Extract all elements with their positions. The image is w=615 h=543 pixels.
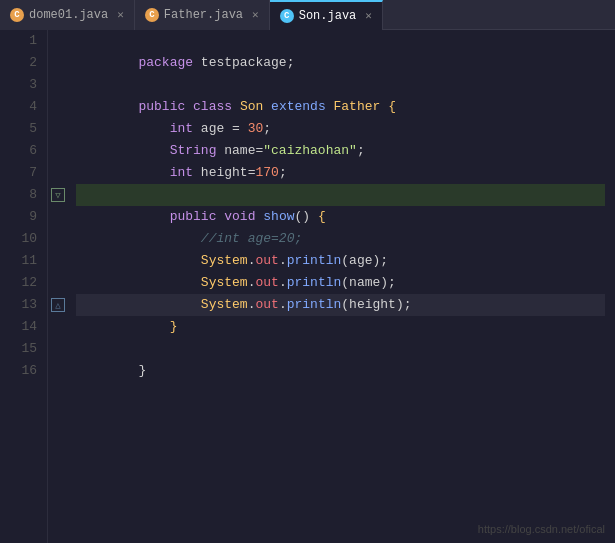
tab-icon-son: C bbox=[280, 9, 294, 23]
line-num-9: 9 bbox=[17, 206, 37, 228]
line-num-1: 1 bbox=[17, 30, 37, 52]
code-line-1: package testpackage; bbox=[76, 30, 605, 52]
fold-icon-13[interactable]: △ bbox=[51, 298, 65, 312]
gutter-5 bbox=[48, 118, 68, 140]
line-numbers: 1 2 3 4 5 6 7 8 9 10 11 12 13 14 15 16 bbox=[0, 30, 48, 543]
field-out-10: out bbox=[255, 253, 278, 268]
gutter-16 bbox=[48, 360, 68, 382]
editor: 1 2 3 4 5 6 7 8 9 10 11 12 13 14 15 16 ▽… bbox=[0, 30, 615, 543]
code-line-3: public class Son extends Father { bbox=[76, 74, 605, 96]
fn-show: show bbox=[263, 209, 294, 224]
gutter: ▽ △ bbox=[48, 30, 68, 543]
tab-dome01[interactable]: C dome01.java ✕ bbox=[0, 0, 135, 30]
line-num-16: 16 bbox=[17, 360, 37, 382]
gutter-13[interactable]: △ bbox=[48, 294, 68, 316]
kw-public-3: public bbox=[138, 99, 185, 114]
kw-int-6: int bbox=[170, 165, 193, 180]
line-num-2: 2 bbox=[17, 52, 37, 74]
editor-wrapper: package testpackage; public class Son ex… bbox=[68, 30, 615, 543]
line-num-3: 3 bbox=[17, 74, 37, 96]
gutter-10 bbox=[48, 228, 68, 250]
classname-system-10: System bbox=[201, 253, 248, 268]
method-println-10: println bbox=[287, 253, 342, 268]
tab-close-father[interactable]: ✕ bbox=[252, 8, 259, 21]
tab-icon-dome01: C bbox=[10, 8, 24, 22]
code-line-8: public void show() { bbox=[76, 184, 605, 206]
classname-son: Son bbox=[240, 99, 263, 114]
classname-system-12: System bbox=[201, 297, 248, 312]
tab-label-dome01: dome01.java bbox=[29, 8, 108, 22]
fold-icon-8[interactable]: ▽ bbox=[51, 188, 65, 202]
watermark: https://blog.csdn.net/ofical bbox=[478, 523, 605, 535]
tab-close-dome01[interactable]: ✕ bbox=[117, 8, 124, 21]
gutter-7 bbox=[48, 162, 68, 184]
line-num-4: 4 bbox=[17, 96, 37, 118]
tab-bar: C dome01.java ✕ C Father.java ✕ C Son.ja… bbox=[0, 0, 615, 30]
line-num-11: 11 bbox=[17, 250, 37, 272]
brace-open-method: { bbox=[318, 209, 326, 224]
tab-close-son[interactable]: ✕ bbox=[365, 9, 372, 22]
line-num-7: 7 bbox=[17, 162, 37, 184]
gutter-4 bbox=[48, 96, 68, 118]
line-num-14: 14 bbox=[17, 316, 37, 338]
kw-int-4: int bbox=[170, 121, 193, 136]
gutter-3 bbox=[48, 74, 68, 96]
classname-system-11: System bbox=[201, 275, 248, 290]
gutter-14 bbox=[48, 316, 68, 338]
classname-father: Father bbox=[334, 99, 381, 114]
gutter-11 bbox=[48, 250, 68, 272]
tab-icon-father: C bbox=[145, 8, 159, 22]
line-num-6: 6 bbox=[17, 140, 37, 162]
num-30: 30 bbox=[248, 121, 264, 136]
line-num-10: 10 bbox=[17, 228, 37, 250]
code-content[interactable]: package testpackage; public class Son ex… bbox=[68, 30, 615, 382]
line-num-13: 13 bbox=[17, 294, 37, 316]
num-170: 170 bbox=[255, 165, 278, 180]
code-line-15: } bbox=[76, 338, 605, 360]
brace-close-method: } bbox=[170, 319, 178, 334]
line-num-12: 12 bbox=[17, 272, 37, 294]
tab-label-son: Son.java bbox=[299, 9, 357, 23]
kw-package: package bbox=[138, 55, 193, 70]
gutter-9 bbox=[48, 206, 68, 228]
gutter-6 bbox=[48, 140, 68, 162]
comment-line9: //int age=20; bbox=[201, 231, 302, 246]
field-out-12: out bbox=[255, 297, 278, 312]
tab-label-father: Father.java bbox=[164, 8, 243, 22]
str-caizhaohan: "caizhaohan" bbox=[263, 143, 357, 158]
kw-public-8: public bbox=[170, 209, 217, 224]
line-num-8: 8 bbox=[17, 184, 37, 206]
kw-string: String bbox=[170, 143, 217, 158]
gutter-15 bbox=[48, 338, 68, 360]
method-println-12: println bbox=[287, 297, 342, 312]
line-num-15: 15 bbox=[17, 338, 37, 360]
gutter-2 bbox=[48, 52, 68, 74]
tab-son[interactable]: C Son.java ✕ bbox=[270, 0, 383, 30]
code-line-16 bbox=[76, 360, 605, 382]
gutter-12 bbox=[48, 272, 68, 294]
gutter-1 bbox=[48, 30, 68, 52]
kw-void: void bbox=[224, 209, 255, 224]
method-println-11: println bbox=[287, 275, 342, 290]
brace-open-class: { bbox=[388, 99, 396, 114]
field-out-11: out bbox=[255, 275, 278, 290]
line-num-5: 5 bbox=[17, 118, 37, 140]
kw-class: class bbox=[193, 99, 232, 114]
kw-extends: extends bbox=[271, 99, 326, 114]
tab-father[interactable]: C Father.java ✕ bbox=[135, 0, 270, 30]
gutter-8[interactable]: ▽ bbox=[48, 184, 68, 206]
